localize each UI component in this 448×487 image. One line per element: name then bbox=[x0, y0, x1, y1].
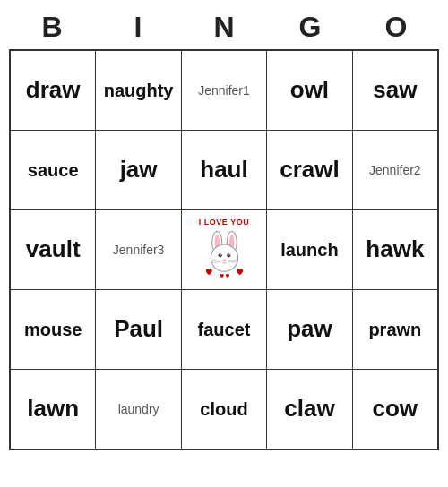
bingo-cell: draw bbox=[11, 51, 96, 130]
bingo-cell: hawk bbox=[353, 210, 437, 289]
header-letter: B bbox=[9, 7, 95, 47]
bingo-grid: drawnaughtyJennifer1owlsawsaucejawhaulcr… bbox=[9, 49, 439, 450]
bingo-cell: prawn bbox=[353, 290, 437, 369]
bingo-cell: mouse bbox=[11, 290, 96, 369]
cell-label: claw bbox=[284, 395, 334, 423]
cell-label: laundry bbox=[118, 402, 159, 417]
cell-label: crawl bbox=[280, 156, 340, 184]
cell-label: paw bbox=[287, 315, 332, 343]
cell-label: Jennifer3 bbox=[113, 243, 165, 258]
bingo-cell: crawl bbox=[267, 131, 352, 209]
cell-label: saw bbox=[373, 76, 417, 104]
cell-label: naughty bbox=[104, 80, 174, 101]
bingo-cell: Jennifer3 bbox=[96, 210, 181, 289]
cell-label: launch bbox=[280, 239, 338, 261]
svg-point-9 bbox=[222, 259, 226, 261]
cell-label: owl bbox=[290, 76, 329, 104]
cell-label: mouse bbox=[24, 319, 82, 340]
bingo-row: drawnaughtyJennifer1owlsaw bbox=[11, 51, 437, 131]
bingo-cell: Paul bbox=[96, 290, 181, 369]
cell-label: faucet bbox=[198, 319, 251, 340]
bingo-cell: paw bbox=[267, 290, 352, 369]
cell-label: cloud bbox=[200, 398, 247, 420]
free-space-image: I LOVE YOU bbox=[185, 214, 263, 286]
svg-point-4 bbox=[211, 244, 237, 271]
cell-label: lawn bbox=[27, 395, 79, 423]
bingo-cell: launch bbox=[267, 210, 352, 289]
cell-label: prawn bbox=[368, 319, 421, 340]
bingo-row: lawnlaundrycloudclawcow bbox=[11, 370, 437, 449]
bingo-cell: claw bbox=[267, 370, 352, 449]
cell-label: haul bbox=[200, 156, 247, 184]
bingo-cell: haul bbox=[182, 131, 267, 209]
cell-label: Jennifer2 bbox=[369, 163, 421, 178]
bingo-row: vaultJennifer3I LOVE YOU bbox=[11, 210, 437, 290]
bingo-cell: vault bbox=[11, 210, 96, 289]
cell-label: jaw bbox=[120, 156, 158, 184]
cell-label: Jennifer1 bbox=[198, 83, 250, 98]
bingo-cell: laundry bbox=[96, 370, 181, 449]
bingo-cell: I LOVE YOU bbox=[182, 210, 267, 289]
bingo-cell: saw bbox=[353, 51, 437, 130]
bingo-cell: lawn bbox=[11, 370, 96, 449]
svg-point-6 bbox=[227, 253, 230, 257]
svg-point-8 bbox=[228, 254, 229, 255]
cell-label: Paul bbox=[114, 315, 163, 343]
bingo-cell: Jennifer2 bbox=[353, 131, 437, 209]
bingo-cell: cow bbox=[353, 370, 437, 449]
bingo-cell: Jennifer1 bbox=[182, 51, 267, 130]
cell-label: cow bbox=[373, 395, 418, 423]
bingo-cell: cloud bbox=[182, 370, 267, 449]
header-letter: O bbox=[353, 7, 439, 47]
bingo-cell: faucet bbox=[182, 290, 267, 369]
bingo-row: saucejawhaulcrawlJennifer2 bbox=[11, 131, 437, 210]
header-letter: N bbox=[181, 7, 267, 47]
bingo-row: mousePaulfaucetpawprawn bbox=[11, 290, 437, 370]
cell-label: vault bbox=[26, 235, 81, 263]
svg-point-5 bbox=[218, 253, 221, 257]
bingo-cell: naughty bbox=[96, 51, 181, 130]
cell-label: sauce bbox=[28, 159, 79, 181]
cell-label: hawk bbox=[366, 235, 424, 263]
svg-point-7 bbox=[220, 254, 220, 255]
bingo-cell: jaw bbox=[96, 131, 181, 209]
bingo-cell: owl bbox=[267, 51, 352, 130]
header-letter: I bbox=[95, 7, 181, 47]
bingo-cell: sauce bbox=[11, 131, 96, 209]
header-letter: G bbox=[267, 7, 353, 47]
bingo-header: BINGO bbox=[9, 7, 439, 47]
cell-label: draw bbox=[26, 76, 81, 104]
bunny-icon bbox=[200, 228, 249, 282]
